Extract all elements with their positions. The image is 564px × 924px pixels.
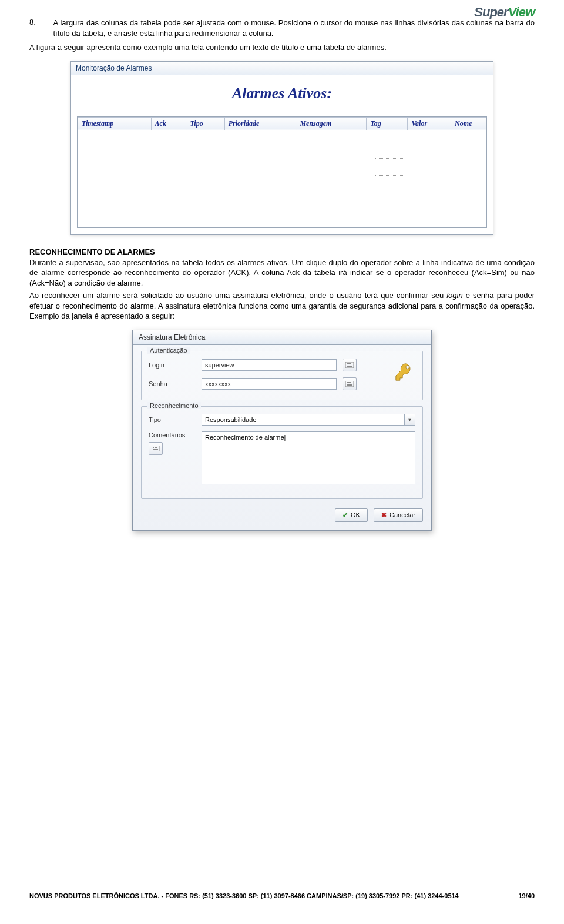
chevron-down-icon: ▼ — [405, 414, 415, 426]
rec-fieldset: Reconhecimento Tipo Responsabilidade ▼ C… — [141, 406, 423, 499]
svg-rect-2 — [348, 363, 350, 364]
alarm-table[interactable]: Timestamp Ack Tipo Prioridade Mensagem T… — [77, 116, 487, 228]
col-nome[interactable]: Nome — [451, 117, 486, 130]
login-label: Login — [149, 361, 196, 369]
paragraph-1: Durante a supervisão, são apresentados n… — [29, 257, 535, 289]
login-keyboard-button[interactable] — [343, 359, 357, 371]
svg-rect-12 — [155, 447, 156, 448]
intro-text: A figura a seguir apresenta como exemplo… — [29, 42, 535, 53]
list-number: 8. — [29, 18, 36, 41]
login-input[interactable] — [202, 359, 337, 371]
svg-rect-6 — [347, 382, 348, 383]
paragraph-2: Ao reconhecer um alarme será solicitado … — [29, 290, 535, 322]
coment-keyboard-button[interactable] — [149, 442, 163, 455]
table-header-row: Timestamp Ack Tipo Prioridade Mensagem T… — [78, 117, 486, 130]
svg-rect-0 — [345, 362, 354, 368]
alarm-heading: Alarmes Ativos: — [77, 85, 487, 102]
section-heading: RECONHECIMENTO DE ALARMES — [29, 247, 535, 256]
check-icon: ✔ — [343, 511, 348, 519]
ok-button[interactable]: ✔ OK — [335, 508, 368, 522]
svg-rect-4 — [347, 366, 352, 367]
svg-rect-8 — [350, 382, 351, 383]
ok-label: OK — [351, 511, 360, 518]
alarm-window-title: Monitoração de Alarmes — [71, 62, 493, 75]
col-ack[interactable]: Ack — [151, 117, 186, 130]
svg-rect-14 — [153, 449, 158, 450]
cancel-label: Cancelar — [390, 511, 415, 518]
list-text: A largura das colunas da tabela pode ser… — [53, 18, 535, 38]
page-number: 19/40 — [518, 892, 535, 899]
rec-legend: Reconhecimento — [147, 402, 201, 409]
selection-marquee — [375, 158, 404, 176]
logo-part2: View — [508, 5, 535, 19]
svg-rect-1 — [347, 363, 348, 364]
dialog-title: Assinatura Eletrônica — [133, 330, 431, 345]
signature-dialog: Assinatura Eletrônica Autenticação Login… — [132, 330, 432, 531]
key-icon — [394, 362, 414, 386]
col-timestamp[interactable]: Timestamp — [78, 117, 152, 130]
auth-fieldset: Autenticação Login Senha — [141, 351, 423, 400]
close-icon: ✖ — [381, 511, 387, 519]
col-valor[interactable]: Valor — [408, 117, 451, 130]
svg-rect-9 — [347, 384, 352, 386]
tipo-select[interactable]: Responsabilidade ▼ — [202, 414, 415, 426]
logo-part1: Super — [474, 5, 508, 19]
senha-keyboard-button[interactable] — [343, 377, 357, 390]
footer-text: NOVUS PRODUTOS ELETRÔNICOS LTDA. - FONES… — [29, 892, 459, 899]
auth-legend: Autenticação — [147, 347, 190, 354]
col-tag[interactable]: Tag — [367, 117, 408, 130]
tipo-value: Responsabilidade — [202, 414, 405, 426]
coment-textarea[interactable]: Reconhecimento de alarme| — [202, 431, 415, 484]
cancel-button[interactable]: ✖ Cancelar — [374, 508, 423, 522]
senha-label: Senha — [149, 380, 196, 387]
svg-rect-3 — [350, 363, 351, 364]
brand-logo: SuperView — [474, 5, 535, 20]
col-mensagem[interactable]: Mensagem — [296, 117, 367, 130]
page-footer: NOVUS PRODUTOS ELETRÔNICOS LTDA. - FONES… — [29, 890, 535, 899]
svg-rect-7 — [348, 382, 350, 383]
col-prioridade[interactable]: Prioridade — [224, 117, 296, 130]
alarm-window: Monitoração de Alarmes Alarmes Ativos: T… — [70, 61, 494, 235]
tipo-label: Tipo — [149, 416, 196, 423]
col-tipo[interactable]: Tipo — [186, 117, 224, 130]
svg-rect-5 — [345, 381, 354, 387]
svg-rect-10 — [152, 446, 160, 451]
svg-rect-13 — [156, 447, 157, 448]
senha-input[interactable] — [202, 378, 337, 390]
list-item: 8. A largura das colunas da tabela pode … — [29, 18, 535, 41]
svg-rect-11 — [153, 447, 154, 448]
coment-label: Comentários — [149, 431, 196, 438]
